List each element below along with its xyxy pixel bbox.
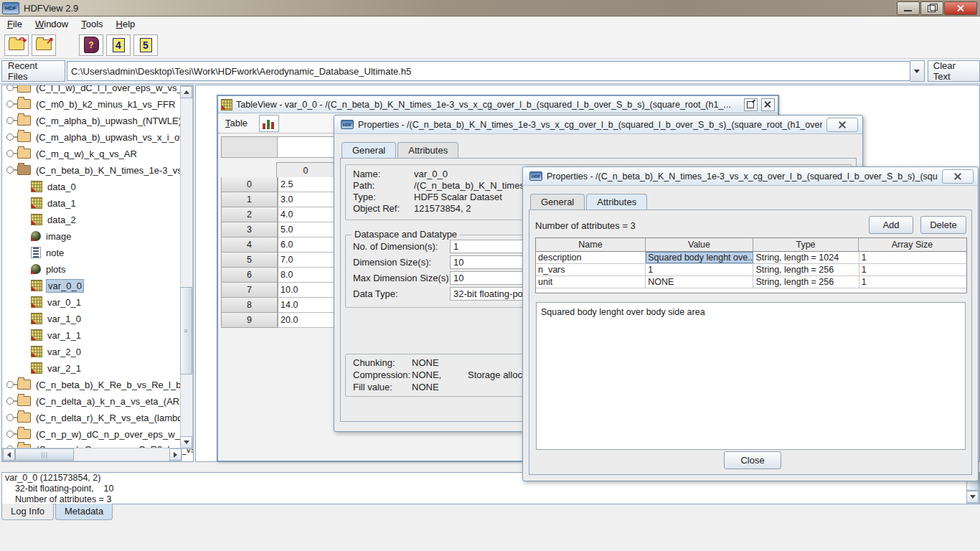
datatype-label: Data Type: <box>353 288 398 299</box>
minimize-button[interactable] <box>897 1 920 15</box>
tab-attributes[interactable]: Attributes <box>586 194 647 209</box>
hdf5-library-button[interactable]: 5 <box>133 34 158 56</box>
table-row[interactable]: 02.5 <box>221 177 339 192</box>
col-type[interactable]: Type <box>753 238 859 251</box>
tree-item-group[interactable]: (C_m0_b)_k2_minus_k1_vs_FFR <box>2 96 176 112</box>
col-value[interactable]: Value <box>646 238 753 251</box>
hdf4-library-button[interactable]: 4 <box>106 34 131 56</box>
expand-handle-icon[interactable] <box>6 85 14 91</box>
table-row[interactable]: 920.0 <box>221 313 339 328</box>
scroll-down-button[interactable] <box>966 491 979 503</box>
tree-item-var-0-0-selected[interactable]: var_0_0 <box>31 278 84 293</box>
dataset-icon <box>31 362 42 374</box>
menu-tools[interactable]: Tools <box>78 17 110 31</box>
table-menu[interactable]: Table <box>225 118 248 128</box>
attribute-row-description[interactable]: description Squared body lenght ove... S… <box>536 252 966 264</box>
close-frame-button[interactable] <box>761 98 775 111</box>
tree-item-group[interactable]: (C_n_delta_a)_k_n_a_vs_eta_(AR)_(la <box>2 393 194 409</box>
tree-item-dataset[interactable]: var_2_1 <box>31 360 83 376</box>
scroll-left-button[interactable] <box>3 448 15 461</box>
menu-help[interactable]: Help <box>113 17 143 31</box>
expand-handle-icon[interactable] <box>6 150 14 157</box>
tree-horizontal-scrollbar[interactable]: ||| <box>2 448 182 461</box>
expand-handle-icon[interactable] <box>6 397 14 405</box>
line-plot-button[interactable] <box>259 115 279 132</box>
table-row[interactable]: 13.0 <box>221 192 339 207</box>
selected-cell[interactable]: Squared body lenght ove... <box>646 252 753 263</box>
objref-value: 121573854, 2 <box>414 203 471 214</box>
tree-item-plots[interactable]: plots <box>31 261 67 277</box>
close-dialog-button[interactable]: Close <box>724 451 781 469</box>
table-row[interactable]: 68.0 <box>221 268 339 283</box>
table-row[interactable]: 46.0 <box>221 237 339 253</box>
tree-item-group[interactable]: (C_m_alpha_b)_upwash_vs_x_i_over_ <box>2 129 194 145</box>
tab-attributes[interactable]: Attributes <box>397 142 458 158</box>
restore-button[interactable] <box>920 1 943 15</box>
add-attribute-button[interactable]: Add <box>869 216 913 234</box>
column-header-0[interactable]: 0 <box>276 162 335 179</box>
col-name[interactable]: Name <box>536 238 646 251</box>
tree-item-note[interactable]: note <box>31 245 65 260</box>
attribute-row-n-vars[interactable]: n_vars 1 String, length = 256 1 <box>536 264 966 276</box>
attribute-value-textarea[interactable]: Squared body lenght over body side area <box>536 302 966 450</box>
tree-item-group[interactable]: (C_n_p_w)_dC_n_p_over_eps_w_vs_A <box>2 426 194 442</box>
col-array-size[interactable]: Array Size <box>859 238 966 251</box>
tree-item-dataset[interactable]: var_1_1 <box>31 327 83 343</box>
expand-handle-icon[interactable] <box>6 381 14 388</box>
tree-item-image[interactable]: image <box>31 228 72 244</box>
table-row[interactable]: 57.0 <box>221 253 339 268</box>
tree-item-group[interactable]: (C_m_alpha_b)_upwash_(NTWLE)_vs_ <box>2 113 194 128</box>
dialog-close-button[interactable] <box>826 118 858 132</box>
table-row[interactable]: 35.0 <box>221 222 339 237</box>
dialog-close-button[interactable] <box>942 169 974 184</box>
cell-value-field[interactable] <box>278 136 336 158</box>
tree-item-group-open[interactable]: (C_n_beta_b)_K_N_times_1e-3_vs_x_ <box>2 162 194 178</box>
tab-general[interactable]: General <box>341 142 396 158</box>
scroll-down-button[interactable] <box>180 436 192 448</box>
tree-item-dataset[interactable]: var_1_0 <box>31 311 83 326</box>
tree-item-dataset[interactable]: data_2 <box>31 212 77 227</box>
dialog-title-bar[interactable]: HDF Properties - /(C_n_beta_b)_K_N_times… <box>523 167 978 186</box>
menu-file[interactable]: File <box>4 17 29 31</box>
close-button[interactable] <box>944 1 977 15</box>
expand-handle-icon[interactable] <box>6 117 14 124</box>
tab-log-info[interactable]: Log Info <box>1 504 54 520</box>
tree-item-dataset[interactable]: data_0 <box>31 179 77 194</box>
expand-handle-icon[interactable] <box>6 414 14 421</box>
table-row[interactable]: 814.0 <box>221 298 339 313</box>
tableview-title-bar[interactable]: TableView - var_0_0 - /(C_n_beta_b)_K_N_… <box>218 96 778 113</box>
expand-handle-icon[interactable] <box>6 133 14 141</box>
table-row[interactable]: 710.0 <box>221 283 339 298</box>
tree-vertical-scrollbar[interactable]: ≡ <box>180 85 193 449</box>
delete-attribute-button[interactable]: Delete <box>920 216 966 234</box>
tree-item-group[interactable]: (C_m_q_w)_k_q_vs_AR <box>2 146 138 161</box>
tree-item-dataset[interactable]: var_2_0 <box>31 344 83 359</box>
scroll-up-button[interactable] <box>180 86 192 98</box>
tab-metadata[interactable]: Metadata <box>55 504 113 520</box>
recent-files-button[interactable]: Recent Files <box>1 60 65 82</box>
scroll-thumb[interactable]: ≡ <box>180 287 192 375</box>
path-dropdown-button[interactable] <box>910 60 925 82</box>
tree-item-dataset[interactable]: var_0_1 <box>31 294 83 310</box>
scroll-thumb[interactable]: ||| <box>15 448 74 461</box>
attributes-table-header: Name Value Type Array Size <box>536 238 966 252</box>
tree-item-group[interactable]: (C_n_beta_b)_K_Re_b_vs_Re_l_b_tim <box>2 377 194 392</box>
menu-window[interactable]: Window <box>32 17 75 31</box>
scroll-right-button[interactable] <box>169 448 182 461</box>
dialog-title-bar[interactable]: HDF Properties - /(C_n_beta_b)_K_N_times… <box>334 116 862 134</box>
attribute-row-unit[interactable]: unit NONE String, length = 256 1 <box>536 276 966 288</box>
close-file-button[interactable]: ↗ <box>32 34 56 56</box>
maximize-frame-button[interactable] <box>744 98 758 111</box>
clear-text-button[interactable]: Clear Text <box>928 60 980 82</box>
expand-handle-icon[interactable] <box>6 430 14 438</box>
tree-item-dataset[interactable]: data_1 <box>31 195 77 211</box>
file-path-field[interactable]: C:\Users\admin\Desktop\Tesi\Work\HDFwork… <box>67 61 910 81</box>
help-button[interactable]: ? <box>79 34 103 56</box>
tree-item-group[interactable]: (C_n_delta_r)_K_R_vs_eta_(lambda_v <box>2 410 194 425</box>
expand-handle-icon[interactable] <box>6 100 14 108</box>
open-file-button[interactable]: ↷ <box>4 34 29 56</box>
collapse-handle-icon[interactable] <box>6 166 14 174</box>
table-row[interactable]: 24.0 <box>221 207 339 222</box>
tab-general[interactable]: General <box>530 194 585 209</box>
tree-item-group[interactable]: (C_l_l_w)_dC_l_l_over_eps_w_vs_AR <box>2 85 194 95</box>
